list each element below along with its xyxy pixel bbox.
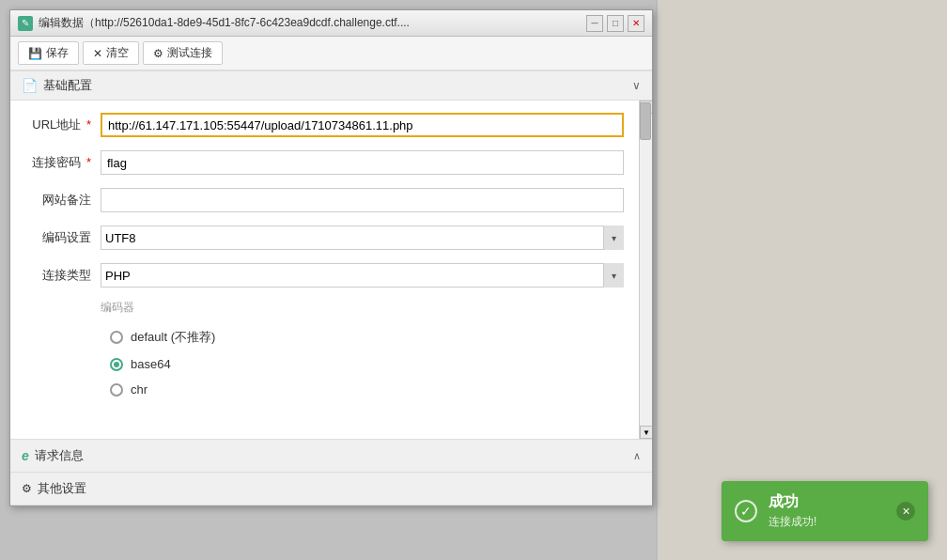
connection-type-label-text: 连接类型 bbox=[42, 268, 91, 282]
password-input[interactable] bbox=[101, 150, 624, 175]
bottom-sections: e 请求信息 ∧ ⚙ 其他设置 bbox=[10, 439, 652, 506]
encoder-label-text: 编码器 bbox=[101, 301, 134, 314]
url-label-text: URL地址 bbox=[32, 117, 81, 132]
url-label: URL地址 * bbox=[25, 117, 101, 133]
basic-config-chevron: ∨ bbox=[632, 79, 641, 92]
scroll-down-button[interactable]: ▼ bbox=[640, 426, 652, 439]
encoding-label: 编码设置 bbox=[25, 229, 101, 246]
minimize-button[interactable]: ─ bbox=[586, 15, 603, 32]
url-row: URL地址 * bbox=[25, 112, 637, 138]
request-info-label: 请求信息 bbox=[35, 447, 84, 464]
other-settings-section-row[interactable]: ⚙ 其他设置 bbox=[10, 473, 652, 506]
encoding-select-wrapper: UTF8 GBK GB2312 BIG5 ▾ bbox=[101, 226, 624, 250]
encoder-section-label: 编码器 bbox=[25, 300, 637, 316]
scrollbar-track[interactable]: ▲ ▼ bbox=[639, 101, 652, 439]
clear-icon: ✕ bbox=[93, 47, 102, 60]
right-panel bbox=[656, 0, 947, 560]
close-button[interactable]: ✕ bbox=[628, 15, 644, 32]
radio-default-row[interactable]: default (不推荐) bbox=[25, 323, 637, 351]
toast-subtitle: 连接成功! bbox=[768, 514, 885, 530]
basic-config-section-header[interactable]: 📄 基础配置 ∨ bbox=[10, 70, 652, 101]
toolbar: 💾 保存 ✕ 清空 ⚙ 测试连接 bbox=[10, 37, 652, 70]
toast-title: 成功 bbox=[768, 492, 885, 512]
window-icon: ✎ bbox=[18, 16, 33, 31]
dialog-window: ✎ 编辑数据（http://52610da1-8de9-45d1-8fc7-6c… bbox=[9, 9, 653, 506]
save-label: 保存 bbox=[46, 45, 69, 61]
radio-default-circle bbox=[110, 331, 123, 344]
radio-chr-circle bbox=[110, 383, 123, 397]
test-icon: ⚙ bbox=[153, 47, 163, 60]
password-required: * bbox=[86, 155, 91, 169]
save-icon: 💾 bbox=[28, 47, 42, 60]
section-header-left: 📄 基础配置 bbox=[22, 77, 92, 94]
title-controls: ─ □ ✕ bbox=[586, 15, 644, 32]
basic-config-label: 基础配置 bbox=[43, 77, 92, 94]
radio-base64-row[interactable]: base64 bbox=[25, 351, 637, 377]
basic-config-icon: 📄 bbox=[22, 78, 38, 93]
password-label-text: 连接密码 bbox=[32, 155, 81, 169]
remark-label-text: 网站备注 bbox=[42, 193, 91, 207]
clear-label: 清空 bbox=[106, 45, 129, 61]
encoding-label-text: 编码设置 bbox=[42, 230, 91, 244]
request-info-chevron: ∧ bbox=[633, 450, 641, 462]
password-label: 连接密码 * bbox=[25, 154, 101, 171]
toast-check-icon: ✓ bbox=[735, 500, 757, 522]
url-required: * bbox=[86, 117, 91, 132]
window-title: 编辑数据（http://52610da1-8de9-45d1-8fc7-6c42… bbox=[39, 15, 410, 31]
radio-chr-label: chr bbox=[131, 382, 147, 397]
scrollbar-thumb[interactable] bbox=[640, 102, 651, 140]
maximize-button[interactable]: □ bbox=[607, 15, 624, 32]
test-label: 测试连接 bbox=[167, 45, 212, 61]
url-input[interactable] bbox=[101, 113, 624, 137]
title-bar: ✎ 编辑数据（http://52610da1-8de9-45d1-8fc7-6c… bbox=[10, 10, 652, 37]
title-bar-left: ✎ 编辑数据（http://52610da1-8de9-45d1-8fc7-6c… bbox=[18, 15, 410, 31]
encoding-row: 编码设置 UTF8 GBK GB2312 BIG5 ▾ bbox=[25, 225, 637, 251]
remark-row: 网站备注 bbox=[25, 187, 637, 213]
remark-input[interactable] bbox=[101, 188, 624, 212]
connection-type-select[interactable]: PHP ASP ASPX JSP bbox=[101, 263, 624, 288]
request-info-section-row[interactable]: e 请求信息 ∧ bbox=[10, 440, 652, 473]
connection-type-label: 连接类型 bbox=[25, 267, 101, 284]
password-row: 连接密码 * bbox=[25, 149, 637, 176]
toast-content: 成功 连接成功! bbox=[768, 492, 885, 530]
save-button[interactable]: 💾 保存 bbox=[18, 41, 79, 65]
other-settings-left: ⚙ 其他设置 bbox=[22, 480, 86, 497]
test-connection-button[interactable]: ⚙ 测试连接 bbox=[143, 41, 223, 65]
radio-default-label: default (不推荐) bbox=[131, 329, 215, 346]
encoding-select[interactable]: UTF8 GBK GB2312 BIG5 bbox=[101, 226, 624, 250]
other-settings-label: 其他设置 bbox=[38, 480, 86, 497]
request-info-icon: e bbox=[22, 448, 29, 463]
remark-label: 网站备注 bbox=[25, 192, 101, 209]
toast-success: ✓ 成功 连接成功! ✕ bbox=[722, 481, 928, 541]
other-settings-icon: ⚙ bbox=[22, 482, 32, 495]
radio-chr-row[interactable]: chr bbox=[25, 377, 637, 402]
request-info-left: e 请求信息 bbox=[22, 447, 84, 464]
radio-base64-label: base64 bbox=[131, 357, 171, 371]
clear-button[interactable]: ✕ 清空 bbox=[83, 41, 139, 65]
connection-type-row: 连接类型 PHP ASP ASPX JSP ▾ bbox=[25, 262, 637, 288]
toast-close-button[interactable]: ✕ bbox=[896, 502, 915, 521]
connection-type-select-wrapper: PHP ASP ASPX JSP ▾ bbox=[101, 263, 624, 288]
scroll-content: URL地址 * 连接密码 * 网站备注 bbox=[10, 101, 652, 439]
scroll-area: URL地址 * 连接密码 * 网站备注 bbox=[10, 101, 652, 439]
radio-base64-circle bbox=[110, 358, 123, 371]
